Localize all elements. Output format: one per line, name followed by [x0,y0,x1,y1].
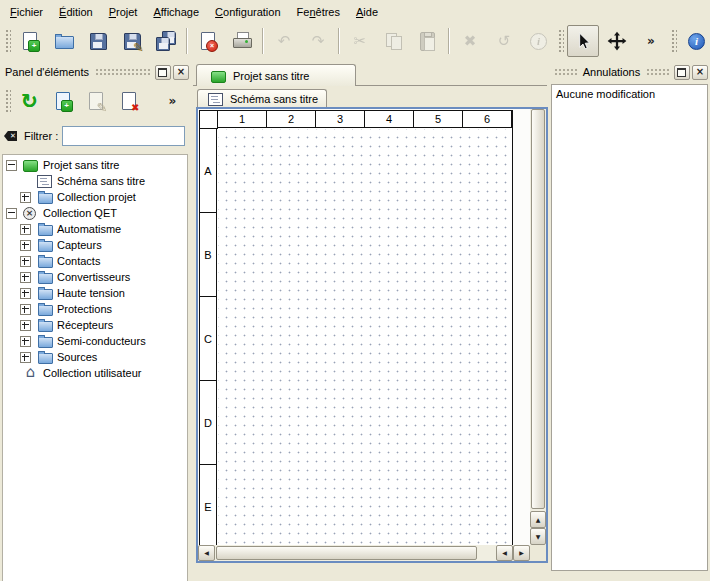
tab-diagram[interactable]: Schéma sans titre [197,89,327,108]
project-tabbar: Projet sans titre [193,62,547,86]
elements-panel-titlebar[interactable]: Panel d'éléments [2,63,189,81]
tree-item-collection-projet[interactable]: Collection projet [3,189,187,205]
undo-button [268,25,300,57]
floppy-icon [86,29,110,53]
about-button[interactable] [680,25,710,57]
tree-item-convertisseurs[interactable]: Convertisseurs [3,269,187,285]
tree-item-haute-tension[interactable]: Haute tension [3,285,187,301]
menu-aide[interactable]: Aide [348,0,386,23]
undo-icon [272,29,296,53]
dock-grip[interactable] [95,68,150,76]
scroll-left-button-2[interactable] [496,545,513,561]
menu-configuration[interactable]: Configuration [207,0,288,23]
tree-item-protections[interactable]: Protections [3,301,187,317]
toolbar-handle[interactable] [557,28,564,54]
undo-list[interactable]: Aucune modification [551,84,708,571]
diagram-viewport[interactable]: 123456 ABCDE [198,109,530,545]
toolbar-handle[interactable] [4,88,11,114]
tree-item-contacts[interactable]: Contacts [3,253,187,269]
dock-grip[interactable] [646,68,669,76]
dock-grip[interactable] [554,68,577,76]
rotate-icon [492,29,516,53]
tree-expander-minus[interactable] [6,160,17,171]
save-button[interactable] [82,25,114,57]
tree-item-semi-conducteurs[interactable]: Semi-conducteurs [3,333,187,349]
toolbar-separator [448,28,450,54]
page-new-icon [51,89,75,113]
filter-input[interactable] [62,126,185,146]
new-document-button[interactable] [14,25,46,57]
horizontal-scrollbar-thumb[interactable] [216,546,477,560]
save-all-button[interactable] [150,25,182,57]
float-elements-panel-button[interactable] [155,65,171,80]
tree-item-automatisme[interactable]: Automatisme [3,221,187,237]
elements-panel-title: Panel d'éléments [2,66,92,78]
scroll-down-button[interactable] [530,528,546,545]
close-document-button[interactable] [192,25,224,57]
vertical-scrollbar-thumb[interactable] [531,109,545,509]
close-elements-panel-button[interactable] [173,65,189,80]
folder-icon [35,237,54,253]
tree-item-collection-utilisateur[interactable]: Collection utilisateur [3,365,187,381]
undo-panel-titlebar[interactable]: Annulations [551,63,708,81]
tree-item-label: Capteurs [54,239,102,251]
toolbar-extension-button[interactable] [635,25,667,57]
close-undo-panel-button[interactable] [692,65,708,80]
reload-icon [18,89,42,113]
tree-item-recepteurs[interactable]: Récepteurs [3,317,187,333]
tree-expander-plus[interactable] [20,320,31,331]
tree-item-schema-sans-titre[interactable]: Schéma sans titre [3,173,187,189]
menu-fichier[interactable]: Fichier [2,0,51,23]
redo-icon [306,29,330,53]
tree-expander-plus[interactable] [20,192,31,203]
delete-button [454,25,486,57]
open-document-button[interactable] [48,25,80,57]
new-element-button[interactable] [47,86,78,117]
tree-expander-plus[interactable] [20,256,31,267]
float-icon [158,68,167,77]
tree-item-collection-qet[interactable]: Collection QET [3,205,187,221]
tree-expander-plus[interactable] [20,352,31,363]
tree-expander-minus[interactable] [6,208,17,219]
tree-item-capteurs[interactable]: Capteurs [3,237,187,253]
home-icon [21,365,40,381]
delete-element-button[interactable] [113,86,144,117]
tree-expander-plus[interactable] [20,288,31,299]
page-delete-icon [117,89,141,113]
selection-mode-button[interactable] [567,25,599,57]
close-icon [693,66,707,79]
save-as-button[interactable] [116,25,148,57]
vertical-scrollbar[interactable] [530,109,546,545]
print-button[interactable] [226,25,258,57]
panel-extension-button[interactable] [157,86,188,117]
copy-button [378,25,410,57]
menu-projet[interactable]: Projet [101,0,146,23]
horizontal-scrollbar[interactable] [198,545,530,561]
scroll-left-button[interactable] [198,545,215,561]
tree-expander-plus[interactable] [20,336,31,347]
tree-expander-plus[interactable] [20,224,31,235]
menu-edition[interactable]: Édition [51,0,101,23]
menu-fenetres[interactable]: Fenêtres [289,0,348,23]
tree-expander-plus[interactable] [20,272,31,283]
toolbar-handle[interactable] [670,28,677,54]
tree-expander-plus[interactable] [20,304,31,315]
menu-affichage[interactable]: Affichage [145,0,207,23]
scroll-up-button[interactable] [530,511,546,528]
scroll-right-button[interactable] [513,545,530,561]
tree-item-projet-sans-titre[interactable]: Projet sans titre [3,157,187,173]
element-infos-button [522,25,554,57]
tab-project[interactable]: Projet sans titre [196,64,356,86]
edit-element-button [80,86,111,117]
diagram-canvas[interactable] [218,129,511,545]
reload-collections-button[interactable] [14,86,45,117]
clear-filter-icon[interactable] [4,128,20,144]
workspace: Projet sans titre Schéma sans titre 1234… [193,60,547,581]
visualisation-mode-button[interactable] [601,25,633,57]
diagram-view[interactable]: 123456 ABCDE [196,107,548,563]
tree-expander-plus[interactable] [20,240,31,251]
float-undo-panel-button[interactable] [674,65,690,80]
folder-icon [35,269,54,285]
menubar: FichierÉditionProjetAffichageConfigurati… [0,0,710,23]
toolbar-handle[interactable] [4,28,11,54]
